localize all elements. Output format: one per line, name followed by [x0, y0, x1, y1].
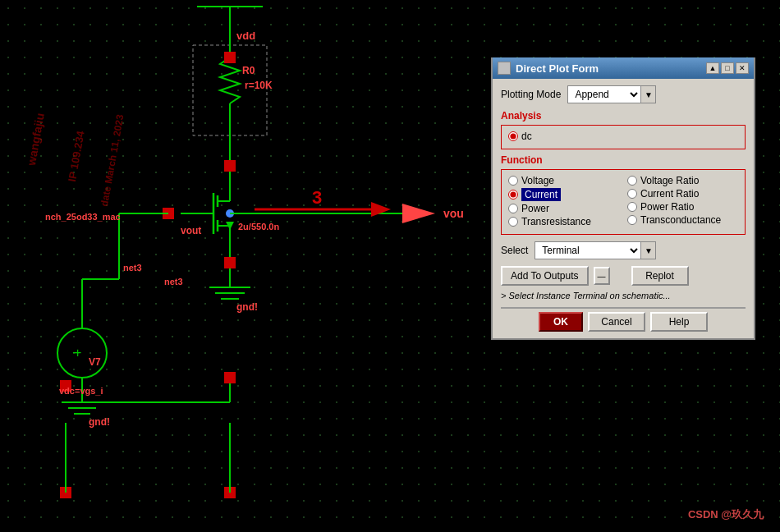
- svg-text:gnd!: gnd!: [89, 416, 110, 428]
- voltage-ratio-label: Voltage Ratio: [640, 175, 699, 186]
- ok-button[interactable]: OK: [539, 312, 583, 332]
- svg-rect-25: [224, 160, 236, 172]
- select-dropdown-container: Terminal ▼: [535, 241, 656, 259]
- svg-text:vdc=vgs_i: vdc=vgs_i: [59, 386, 103, 396]
- analysis-dc-radio[interactable]: [508, 131, 518, 141]
- svg-rect-10: [224, 52, 236, 63]
- select-label: Select: [501, 245, 528, 256]
- status-text: > Select Instance Terminal on schematic.…: [501, 291, 746, 300]
- dialog-up-btn[interactable]: ▲: [706, 62, 719, 74]
- function-left-col: Voltage Current Power Transresistan: [508, 175, 619, 229]
- svg-text:vou: vou: [443, 207, 464, 220]
- power-ratio-radio[interactable]: [627, 202, 637, 212]
- dialog-maximize-btn[interactable]: □: [721, 62, 734, 74]
- select-dropdown[interactable]: Terminal: [535, 241, 641, 259]
- voltage-radio[interactable]: [508, 176, 518, 186]
- power-ratio-label: Power Ratio: [640, 201, 694, 213]
- dialog-icon: [498, 62, 511, 75]
- transresistance-label: Transresistance: [521, 216, 591, 227]
- help-button[interactable]: Help: [650, 312, 708, 332]
- dialog-close-btn[interactable]: ✕: [736, 62, 749, 74]
- csdn-label: CSDN @玖久九: [688, 507, 764, 522]
- power-radio[interactable]: [508, 204, 518, 213]
- current-radio[interactable]: [508, 190, 518, 200]
- transresistance-radio[interactable]: [508, 217, 518, 227]
- svg-text:V7: V7: [89, 356, 101, 368]
- svg-text:net3: net3: [164, 277, 183, 287]
- svg-text:r=10K: r=10K: [245, 80, 273, 91]
- function-section: Function Voltage Current: [501, 154, 746, 235]
- svg-text:vout: vout: [181, 225, 201, 236]
- svg-text:−: −: [72, 346, 80, 360]
- select-dropdown-arrow[interactable]: ▼: [641, 241, 656, 259]
- current-ratio-radio[interactable]: [627, 189, 637, 199]
- svg-text:2u/550.0n: 2u/550.0n: [238, 222, 279, 232]
- direct-plot-form-dialog: Direct Plot Form ▲ □ ✕ Plotting Mode App…: [491, 57, 755, 340]
- transconductance-label: Transconductance: [640, 214, 721, 226]
- svg-rect-31: [224, 257, 236, 268]
- svg-text:nch_25od33_mac: nch_25od33_mac: [45, 212, 121, 222]
- function-right-col: Voltage Ratio Current Ratio Power Ratio: [627, 175, 738, 229]
- svg-text:3: 3: [312, 187, 322, 208]
- voltage-ratio-radio[interactable]: [627, 176, 637, 186]
- add-outputs-mini-btn[interactable]: —: [594, 267, 610, 285]
- function-section-label: Function: [501, 154, 746, 166]
- current-ratio-label: Current Ratio: [640, 188, 699, 200]
- analysis-dc-label: dc: [521, 131, 532, 142]
- plotting-mode-label: Plotting Mode: [501, 89, 561, 100]
- plotting-mode-dropdown-container: Append ▼: [567, 85, 656, 103]
- svg-text:vdd: vdd: [236, 30, 255, 42]
- svg-rect-48: [224, 372, 236, 383]
- analysis-section-label: Analysis: [501, 110, 746, 122]
- voltage-label: Voltage: [521, 175, 554, 186]
- analysis-section: Analysis dc: [501, 110, 746, 149]
- svg-text:R0: R0: [242, 65, 255, 76]
- plotting-mode-arrow[interactable]: ▼: [641, 85, 656, 103]
- dialog-titlebar: Direct Plot Form ▲ □ ✕: [493, 57, 754, 79]
- replot-button[interactable]: Replot: [631, 266, 689, 286]
- current-label: Current: [521, 188, 561, 201]
- plotting-mode-select[interactable]: Append: [567, 85, 641, 103]
- dialog-title: Direct Plot Form: [516, 62, 599, 75]
- power-label: Power: [521, 203, 549, 214]
- transconductance-radio[interactable]: [627, 215, 637, 225]
- svg-text:net3: net3: [123, 263, 142, 273]
- svg-text:gnd!: gnd!: [236, 301, 258, 313]
- cancel-button[interactable]: Cancel: [588, 312, 645, 332]
- add-to-outputs-button[interactable]: Add To Outputs: [501, 266, 589, 286]
